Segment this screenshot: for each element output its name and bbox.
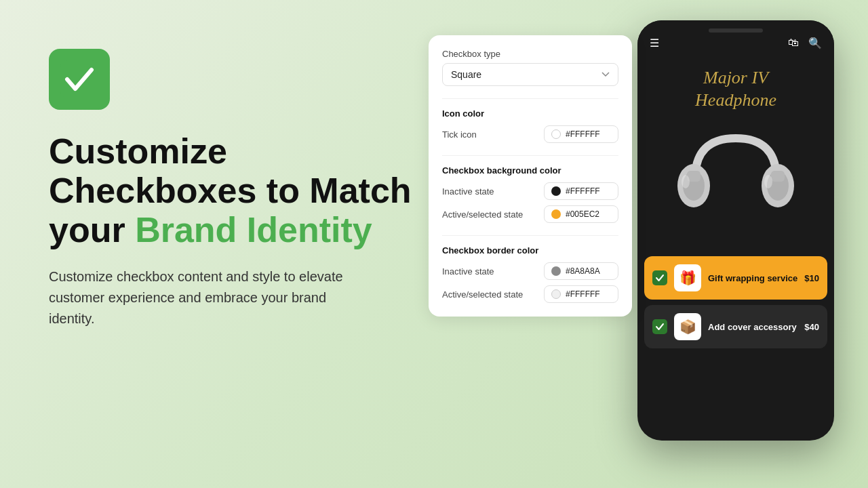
phone-addon-area: 🎁 Gift wrapping service $10 📦 Add cover … xyxy=(637,256,834,348)
svg-point-7 xyxy=(764,175,772,188)
border-color-section: Checkbox border color Inactive state #8A… xyxy=(442,245,618,303)
bg-inactive-color-value: #FFFFFF xyxy=(566,186,600,196)
phone-product-area: Major IVHeadphone xyxy=(637,56,834,253)
phone-mockup: ☰ 🛍 🔍 Major IVHeadphone xyxy=(637,20,834,454)
border-active-color-pill[interactable]: #FFFFFF xyxy=(544,285,618,303)
bg-active-color-value: #005EC2 xyxy=(566,209,599,219)
checkbox-type-select[interactable]: Square xyxy=(442,63,618,86)
hamburger-icon[interactable]: ☰ xyxy=(650,37,659,49)
search-icon[interactable]: 🔍 xyxy=(808,37,822,49)
bg-inactive-label: Inactive state xyxy=(442,186,494,197)
icon-color-section: Icon color Tick icon #FFFFFF xyxy=(442,108,618,143)
headline: Customize Checkboxes to Match your Brand… xyxy=(49,131,415,250)
addon2-price: $40 xyxy=(804,322,819,332)
addon2-name: Add cover accessory xyxy=(708,322,797,332)
phone-frame: ☰ 🛍 🔍 Major IVHeadphone xyxy=(637,20,834,441)
phone-top-icons: 🛍 🔍 xyxy=(788,37,822,49)
border-inactive-color-pill[interactable]: #8A8A8A xyxy=(544,262,618,280)
addon1-name: Gift wrapping service xyxy=(708,273,797,283)
bg-active-color-pill[interactable]: #005EC2 xyxy=(544,205,618,223)
divider-3 xyxy=(442,235,618,236)
headphone-svg xyxy=(668,118,804,240)
phone-notch xyxy=(709,28,763,33)
bag-icon[interactable]: 🛍 xyxy=(788,37,799,49)
tick-icon-label: Tick icon xyxy=(442,129,477,140)
bg-active-label: Active/selected state xyxy=(442,209,523,220)
addon-check-icon-gift xyxy=(655,273,665,283)
bg-inactive-row: Inactive state #FFFFFF xyxy=(442,182,618,200)
bg-active-row: Active/selected state #005EC2 xyxy=(442,205,618,223)
bg-color-section: Checkbox background color Inactive state… xyxy=(442,165,618,223)
addon-checkbox-gift[interactable] xyxy=(652,270,667,285)
tick-icon-color-dot xyxy=(551,129,561,139)
tick-icon-color-value: #FFFFFF xyxy=(566,129,600,139)
border-inactive-color-dot xyxy=(551,266,561,276)
cover-icon-box: 📦 xyxy=(674,313,701,340)
divider-1 xyxy=(442,98,618,99)
bg-inactive-color-pill[interactable]: #FFFFFF xyxy=(544,182,618,200)
addon-check-icon-cover xyxy=(655,322,665,331)
svg-rect-6 xyxy=(771,171,785,182)
left-section: Customize Checkboxes to Match your Brand… xyxy=(49,49,415,329)
logo-icon xyxy=(60,60,98,98)
tick-icon-row: Tick icon #FFFFFF xyxy=(442,125,618,143)
border-active-color-value: #FFFFFF xyxy=(566,289,600,299)
phone-top-bar: ☰ 🛍 🔍 xyxy=(637,20,834,56)
bg-color-label: Checkbox background color xyxy=(442,165,618,176)
divider-2 xyxy=(442,155,618,156)
bg-inactive-color-dot xyxy=(551,186,561,196)
addon-card-cover: 📦 Add cover accessory $40 xyxy=(644,305,827,348)
tick-icon-color-pill[interactable]: #FFFFFF xyxy=(544,125,618,143)
subtext: Customize checkbox content and style to … xyxy=(49,266,361,329)
addon-card-gift: 🎁 Gift wrapping service $10 xyxy=(644,256,827,300)
border-inactive-color-value: #8A8A8A xyxy=(566,266,600,276)
addon1-price: $10 xyxy=(804,273,819,283)
headline-line2: Checkboxes to Match xyxy=(49,171,412,210)
icon-color-label: Icon color xyxy=(442,108,618,119)
border-active-row: Active/selected state #FFFFFF xyxy=(442,285,618,303)
border-active-color-dot xyxy=(551,289,561,299)
checkbox-type-section: Checkbox type Square xyxy=(442,49,618,86)
headphone-image xyxy=(668,118,804,240)
product-title: Major IVHeadphone xyxy=(648,67,823,111)
bg-active-color-dot xyxy=(551,209,561,219)
settings-panel: Checkbox type Square Icon color Tick ico… xyxy=(429,35,632,317)
app-logo xyxy=(49,49,110,110)
border-color-label: Checkbox border color xyxy=(442,245,618,256)
border-inactive-label: Inactive state xyxy=(442,266,494,277)
headline-line3-green: Brand Identity xyxy=(135,210,372,249)
headline-line1: Customize xyxy=(49,131,227,171)
headline-line3-plain: your xyxy=(49,210,135,249)
border-active-label: Active/selected state xyxy=(442,289,523,300)
addon-checkbox-cover[interactable] xyxy=(652,319,667,334)
gift-icon-box: 🎁 xyxy=(674,264,701,291)
border-inactive-row: Inactive state #8A8A8A xyxy=(442,262,618,280)
svg-point-8 xyxy=(682,175,690,188)
checkbox-type-label: Checkbox type xyxy=(442,49,618,59)
